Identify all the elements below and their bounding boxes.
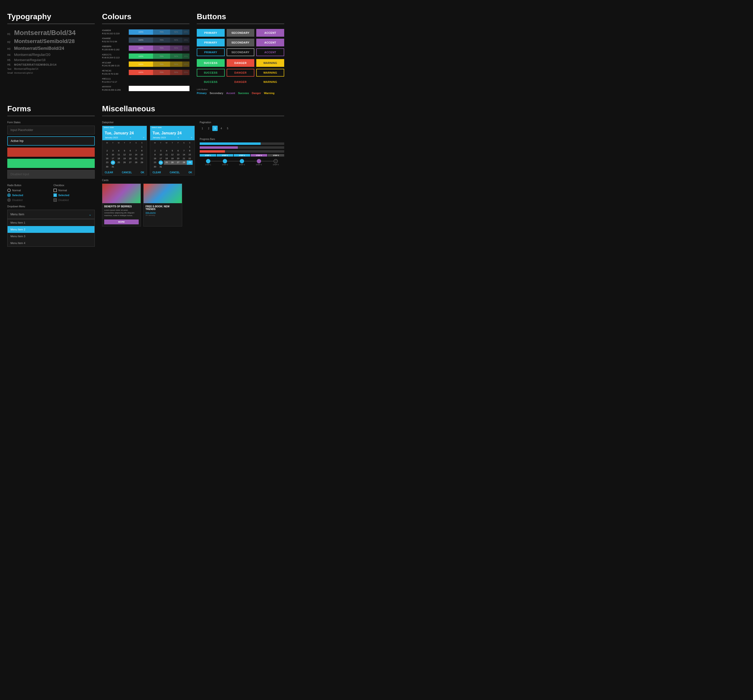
typo-h3-label: H3 [7,48,14,50]
dropdown-item-1[interactable]: Menu Item 1 [8,219,95,226]
dp1-header: Tue, January 24 [102,129,147,136]
dropdown-item-3[interactable]: Menu Item 3 [8,233,95,240]
step-item: STEP 3 [234,159,251,166]
success-ghost-button[interactable]: SUCCESS [197,78,224,85]
accent-filled-button-2[interactable]: ACCENT [256,39,284,47]
page-item[interactable]: 1 [200,126,205,131]
dp2-prev[interactable]: < [178,136,179,139]
typo-small-row: Small Montserrat/Light/10 [7,72,95,74]
link-button[interactable]: Accent [226,92,235,95]
danger-filled-button[interactable]: DANGER [227,59,254,67]
danger-ghost-button[interactable]: DANGER [227,78,254,85]
dp1-grid: MTWTFSS 1 2345678 9101112131415 16171819… [102,140,147,170]
primary-filled-button-2[interactable]: PRIMARY [197,39,224,47]
misc-section: Miscellaneous Datepicker Select state Tu… [102,99,284,252]
success-outlined-button[interactable]: SUCCESS [197,69,224,77]
step-label: STEP 3 [239,164,245,166]
dp1-ok[interactable]: OK [140,171,144,174]
link-button[interactable]: Secondary [210,92,223,95]
dp2-next[interactable]: > [191,136,192,139]
page-item[interactable]: 2 [206,126,211,131]
checkbox-selected[interactable]: Selected [53,194,95,197]
dp2-cancel[interactable]: CANCEL [170,171,180,174]
typo-text-text: Montserrat/Regular/14 [14,67,38,70]
danger-outlined-button[interactable]: DANGER [227,69,254,77]
progress-bar-container [200,146,284,149]
input-error[interactable] [7,147,95,157]
secondary-filled-button-2[interactable]: SECONDARY [227,39,254,47]
secondary-outlined-button[interactable]: SECONDARY [227,48,254,56]
dropdown-item-4[interactable]: Menu Item 4 [8,240,95,247]
link-buttons-container: PrimarySecondaryAccentSuccessDangerWarni… [197,92,284,95]
checkbox-normal[interactable]: Normal [53,189,95,192]
progress-step-bar-item: STEP 1 [200,154,216,156]
radio-selected[interactable]: Selected [7,194,48,197]
primary-outlined-button[interactable]: PRIMARY [197,48,224,56]
step-circle [206,159,210,163]
secondary-filled-button[interactable]: SECONDARY [227,29,254,37]
pagination-label: Pagination [200,121,284,124]
input-active[interactable] [7,136,95,145]
typo-text-row: Text Montserrat/Regular/14 [7,67,95,70]
primary-filled-button[interactable]: PRIMARY [197,29,224,37]
success-filled-button[interactable]: SUCCESS [197,59,224,67]
dp1-cancel[interactable]: CANCEL [122,171,132,174]
link-button[interactable]: Success [238,92,249,95]
forms-title: Forms [7,104,95,113]
card-berries-btn[interactable]: MORE [104,219,139,224]
accent-filled-button[interactable]: ACCENT [256,29,284,37]
misc-right: Pagination 12345 Progress Bars STEP 1STE… [200,121,284,227]
progress-label: Progress Bars [200,138,284,141]
checkbox-group: Normal Selected Disabled [53,189,95,202]
dropdown-select[interactable]: Menu Item ⌄ [7,210,95,219]
warning-filled-button[interactable]: WARNING [256,59,284,67]
card-berries-img [102,184,140,203]
warning-outlined-button[interactable]: WARNING [256,69,284,77]
page-item[interactable]: 4 [218,126,224,131]
input-placeholder[interactable] [7,126,95,134]
dp2-clear[interactable]: CLEAR [153,171,161,174]
link-button[interactable]: Danger [252,92,261,95]
radio-circle-disabled [7,198,11,202]
link-button[interactable]: Warning [264,92,274,95]
step-label: STEP 1 [205,164,211,166]
dp2-ok[interactable]: OK [189,171,192,174]
datepicker-2: Select state Tue, January 24 January 202… [150,126,195,175]
cards-label: Cards [102,179,195,181]
step-label: STEP 5 [273,164,279,166]
typo-small-label: Small [7,72,14,74]
dp1-prev[interactable]: < [130,136,131,139]
radio-circle-selected [7,194,11,197]
typo-h5-text: Montserrat/Regular/18 [14,58,45,62]
warning-ghost-button[interactable]: WARNING [256,78,284,85]
dp1-clear[interactable]: CLEAR [105,171,113,174]
link-button[interactable]: Primary [197,92,207,95]
accent-outlined-button[interactable]: ACCENT [256,48,284,56]
typography-section: Typography H1 Montserrat/Bold/34 H2 Mont… [7,7,95,99]
checkbox-label: Checkbox [53,184,95,187]
step-item: STEP 2 [217,159,234,166]
step-circle [273,159,278,163]
dp2-month: January 2023 [153,136,166,139]
radio-group: Normal Selected Disabled [7,189,48,202]
page-item[interactable]: 5 [225,126,230,131]
pagination-section: Pagination 12345 [200,121,284,131]
page-item[interactable]: 3 [212,126,218,131]
colour-rows: #3498D8R:52 B:152 G:219100%70%50%35%#344… [102,29,189,92]
dp2-grid: MTWTFSS 1 2345678 9101112131415 16171819… [150,140,195,170]
radio-selected-label: Selected [12,194,23,197]
dp1-next[interactable]: > [143,136,144,139]
radio-normal[interactable]: Normal [7,189,48,192]
datepicker-1: Select state Tue, January 24 January 202… [102,126,147,175]
progress-bar [200,142,260,145]
typo-h1-row: H1 Montserrat/Bold/34 [7,29,95,37]
typo-h4-label: H4 [7,54,14,56]
radio-group-container: Radio Button Normal Selected Disabled [7,181,48,202]
input-success[interactable] [7,159,95,168]
datepicker-container: Select state Tue, January 24 January 202… [102,126,195,175]
misc-grid: Datepicker Select state Tue, January 24 … [102,121,284,227]
card-books-link[interactable]: Web design [145,211,180,214]
dropdown-item-2[interactable]: Menu Item 2 [8,226,95,233]
colours-section: Colours #3498D8R:52 B:152 G:219100%70%50… [102,7,189,99]
card-berries-title: BENEFITS OF BERRIES [104,205,139,208]
